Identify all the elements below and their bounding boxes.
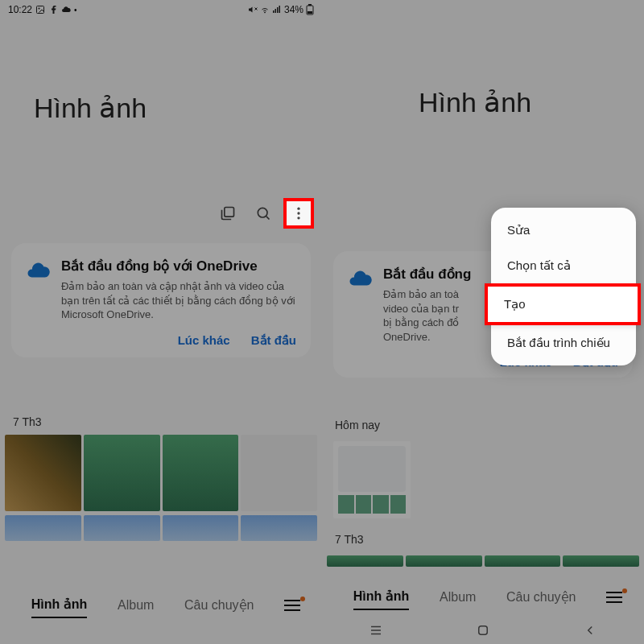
- tab-photos[interactable]: Hình ảnh: [353, 584, 410, 610]
- tab-stories[interactable]: Câu chuyện: [506, 584, 576, 609]
- svg-rect-20: [479, 626, 488, 635]
- photo-thumbnail[interactable]: [563, 555, 639, 567]
- bottom-tabs: Hình ảnh Album Câu chuyện: [0, 579, 322, 618]
- photo-thumbnail[interactable]: [84, 515, 160, 541]
- nav-home-button[interactable]: [476, 623, 490, 638]
- photo-thumbnail[interactable]: [333, 441, 411, 518]
- date-today-label: Hôm nay: [335, 419, 380, 431]
- date-section-label: 7 Th3: [335, 533, 364, 546]
- photo-thumbnail[interactable]: [163, 515, 239, 541]
- onedrive-icon: [26, 259, 50, 283]
- tab-photos[interactable]: Hình ảnh: [31, 592, 88, 618]
- mute-icon: [248, 5, 258, 14]
- svg-rect-5: [273, 10, 275, 13]
- svg-point-14: [297, 208, 299, 210]
- photo-thumbnail[interactable]: [327, 555, 403, 567]
- more-options-menu: Sửa Chọn tất cả Tạo Bắt đầu trình chiếu: [491, 208, 636, 365]
- svg-point-15: [297, 212, 299, 214]
- page-title: Hình ảnh: [34, 92, 322, 124]
- wifi-icon: [260, 5, 270, 14]
- bottom-tabs: Hình ảnh Album Câu chuyện: [322, 584, 644, 610]
- page-title: Hình ảnh: [419, 86, 644, 118]
- search-icon: [255, 205, 271, 221]
- tab-stories[interactable]: Câu chuyện: [184, 592, 254, 617]
- more-vertical-icon: [291, 205, 307, 221]
- menu-item-create[interactable]: Tạo: [485, 283, 641, 325]
- battery-icon: [306, 4, 314, 15]
- onedrive-desc: Đảm bảo an toàn và cập nhật ảnh và video…: [61, 279, 296, 322]
- status-bar: 10:22 • 34%: [0, 0, 322, 19]
- menu-item-select-all[interactable]: Chọn tất cả: [491, 248, 636, 283]
- nav-recent-button[interactable]: [369, 623, 383, 638]
- signal-icon: [272, 5, 282, 14]
- photo-thumbnail[interactable]: [84, 435, 160, 511]
- photo-thumbnail[interactable]: [5, 515, 81, 541]
- svg-rect-7: [277, 7, 279, 13]
- status-time: 10:22: [8, 4, 32, 15]
- svg-rect-8: [279, 6, 280, 13]
- menu-hamburger-button[interactable]: [606, 592, 622, 603]
- photo-thumbnail[interactable]: [406, 555, 482, 567]
- svg-rect-0: [37, 6, 44, 14]
- onedrive-start-button[interactable]: Bắt đầu: [251, 333, 296, 348]
- photo-thumbnail[interactable]: [5, 435, 81, 511]
- onedrive-desc: Đảm bảo an toàvideo của bạn trbị bằng cá…: [383, 287, 480, 344]
- onedrive-icon: [348, 267, 372, 291]
- menu-item-edit[interactable]: Sửa: [491, 213, 636, 248]
- onedrive-later-button[interactable]: Lúc khác: [178, 333, 230, 348]
- onedrive-title: Bắt đầu đồng bộ với OneDrive: [61, 258, 296, 275]
- nav-back-button[interactable]: [583, 623, 597, 638]
- svg-point-13: [258, 208, 267, 217]
- tab-albums[interactable]: Album: [440, 585, 476, 609]
- search-button[interactable]: [248, 198, 279, 229]
- svg-rect-10: [308, 4, 312, 6]
- facebook-icon: [48, 5, 58, 14]
- status-battery: 34%: [284, 4, 303, 15]
- photo-thumbnail[interactable]: [485, 555, 561, 567]
- photo-thumbnail[interactable]: [241, 435, 317, 511]
- onedrive-title: Bắt đầu đồng: [383, 266, 488, 283]
- svg-rect-12: [225, 208, 234, 217]
- photo-thumbnail[interactable]: [163, 435, 239, 511]
- photo-thumbnail[interactable]: [241, 515, 317, 541]
- date-section-label: 7 Th3: [13, 415, 42, 428]
- image-icon: [35, 5, 45, 14]
- svg-point-1: [39, 8, 40, 10]
- stack-icon: [220, 205, 236, 221]
- svg-rect-11: [308, 11, 312, 14]
- svg-point-16: [297, 217, 299, 219]
- tab-albums[interactable]: Album: [118, 593, 154, 617]
- more-options-button[interactable]: [283, 198, 314, 229]
- svg-rect-6: [275, 9, 276, 13]
- svg-point-4: [264, 12, 265, 13]
- menu-item-slideshow[interactable]: Bắt đầu trình chiếu: [491, 325, 636, 361]
- cloud-status-icon: [61, 5, 71, 14]
- menu-hamburger-button[interactable]: [284, 600, 300, 611]
- sync-icon-button[interactable]: [213, 198, 243, 229]
- onedrive-sync-card: Bắt đầu đồng bộ với OneDrive Đảm bảo an …: [11, 243, 311, 357]
- android-nav-bar: [322, 617, 644, 644]
